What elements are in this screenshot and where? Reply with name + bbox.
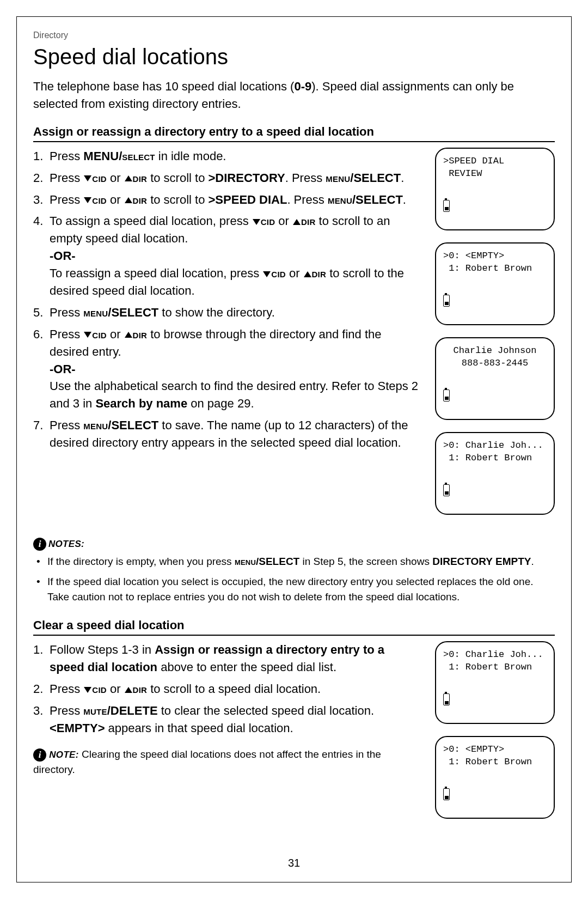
down-arrow-icon xyxy=(84,332,91,338)
breadcrumb: Directory xyxy=(33,31,555,40)
step-1: 1. Press MENU/select in idle mode. xyxy=(33,148,421,165)
up-arrow-icon xyxy=(125,332,132,338)
assign-steps-column: 1. Press MENU/select in idle mode. 2. Pr… xyxy=(33,148,421,527)
note-1: If the directory is empty, when you pres… xyxy=(33,554,555,569)
step-4: 4. To assign a speed dial location, pres… xyxy=(33,212,421,299)
down-arrow-icon xyxy=(84,687,91,693)
step-2: 2. Press cid or dir to scroll to >DIRECT… xyxy=(33,169,421,187)
lcd-screen-speed-dial-menu: >SPEED DIAL REVIEW xyxy=(435,148,555,230)
lcd-screen-before-clear: >0: Charlie Joh... 1: Robert Brown xyxy=(435,641,555,724)
notes-list: If the directory is empty, when you pres… xyxy=(33,554,555,605)
battery-icon xyxy=(443,295,450,307)
up-arrow-icon xyxy=(125,687,132,693)
step-6: 6. Press cid or dir to browse through th… xyxy=(33,326,421,412)
step-5: 5. Press menu/SELECT to show the directo… xyxy=(33,304,421,321)
step-3: 3. Press cid or dir to scroll to >SPEED … xyxy=(33,191,421,209)
battery-icon xyxy=(443,200,450,212)
page-number: 31 xyxy=(17,857,571,869)
intro-paragraph: The telephone base has 10 speed dial loc… xyxy=(33,78,555,113)
notes-header: i NOTES: xyxy=(33,538,555,551)
down-arrow-icon xyxy=(253,219,260,225)
assign-steps-list: 1. Press MENU/select in idle mode. 2. Pr… xyxy=(33,148,421,452)
clear-screens-column: >0: Charlie Joh... 1: Robert Brown >0: <… xyxy=(435,641,555,831)
down-arrow-icon xyxy=(84,175,91,181)
manual-page: Directory Speed dial locations The telep… xyxy=(16,16,572,882)
clear-steps-list: 1. Follow Steps 1-3 in Assign or reassig… xyxy=(33,641,421,736)
lcd-screen-assigned-slot: >0: Charlie Joh... 1: Robert Brown xyxy=(435,432,555,515)
page-title: Speed dial locations xyxy=(33,45,555,69)
clear-step-2: 2. Press cid or dir to scroll to a speed… xyxy=(33,680,421,698)
down-arrow-icon xyxy=(84,197,91,203)
lcd-screen-after-clear: >0: <EMPTY> 1: Robert Brown xyxy=(435,736,555,819)
clear-step-1: 1. Follow Steps 1-3 in Assign or reassig… xyxy=(33,641,421,676)
assign-screens-column: >SPEED DIAL REVIEW >0: <EMPTY> 1: Robert… xyxy=(435,148,555,527)
clear-step-3: 3. Press mute/DELETE to clear the select… xyxy=(33,702,421,737)
down-arrow-icon xyxy=(263,271,271,277)
battery-icon xyxy=(443,693,450,705)
up-arrow-icon xyxy=(125,197,132,203)
clear-steps-column: 1. Follow Steps 1-3 in Assign or reassig… xyxy=(33,641,421,831)
battery-icon xyxy=(443,389,450,401)
section-heading-clear: Clear a speed dial location xyxy=(33,618,555,636)
up-arrow-icon xyxy=(293,219,301,225)
assign-content-row: 1. Press MENU/select in idle mode. 2. Pr… xyxy=(33,148,555,527)
step-7: 7. Press menu/SELECT to save. The name (… xyxy=(33,417,421,452)
battery-icon xyxy=(443,788,450,800)
info-icon: i xyxy=(33,748,46,762)
section-heading-assign: Assign or reassign a directory entry to … xyxy=(33,125,555,142)
battery-icon xyxy=(443,484,450,496)
note-inline: i NOTE: Clearing the speed dial location… xyxy=(33,747,421,777)
up-arrow-icon xyxy=(125,175,132,181)
up-arrow-icon xyxy=(304,271,311,277)
info-icon: i xyxy=(33,538,46,551)
note-2: If the speed dial location you select is… xyxy=(33,574,555,604)
lcd-screen-directory-entry: Charlie Johnson 888-883-2445 xyxy=(435,337,555,420)
clear-content-row: 1. Follow Steps 1-3 in Assign or reassig… xyxy=(33,641,555,831)
lcd-screen-empty-slot: >0: <EMPTY> 1: Robert Brown xyxy=(435,242,555,325)
